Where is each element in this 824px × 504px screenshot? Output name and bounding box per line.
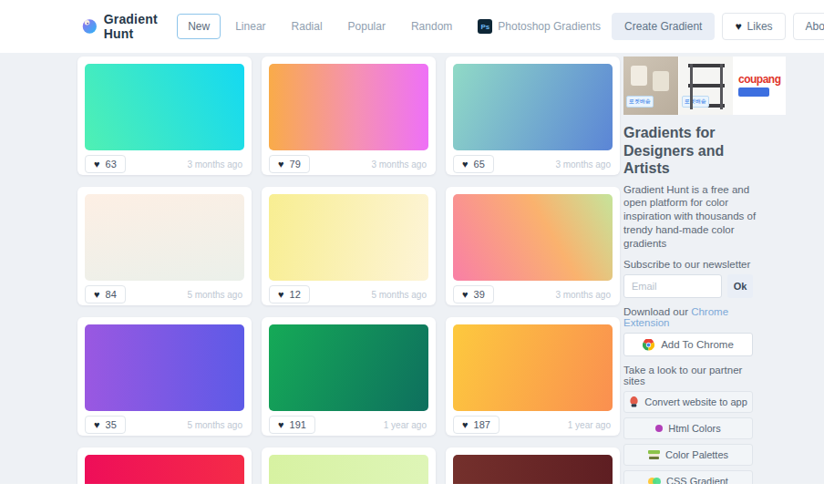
like-count: 39: [474, 289, 485, 300]
heart-icon: ♥: [94, 290, 100, 300]
nav-item-random[interactable]: Random: [400, 14, 463, 39]
brand-name: Gradient Hunt: [104, 12, 165, 41]
nav-item-linear[interactable]: Linear: [224, 14, 276, 39]
like-count: 63: [106, 159, 117, 170]
like-count: 35: [106, 419, 117, 430]
newsletter-ok-button[interactable]: Ok: [727, 274, 753, 298]
like-count: 187: [474, 419, 490, 430]
rocket-icon: [629, 396, 639, 407]
partner-convert-website-to-app[interactable]: Convert website to app: [623, 391, 753, 413]
main-nav: New Linear Radial Popular Random Ps Phot…: [177, 13, 612, 40]
card-footer: ♥ 39 3 months ago: [453, 285, 613, 303]
gradient-swatch[interactable]: [269, 455, 428, 484]
nav-item-popular[interactable]: Popular: [337, 14, 397, 39]
like-button[interactable]: ♥ 39: [453, 285, 494, 303]
gradient-swatch[interactable]: [269, 64, 428, 150]
like-button[interactable]: ♥ 79: [269, 155, 310, 173]
coupang-badge: [738, 87, 769, 97]
card-footer: ♥ 35 5 months ago: [85, 416, 244, 434]
heart-icon: ♥: [462, 290, 469, 300]
newsletter-label: Subscribe to our newsletter: [623, 259, 757, 270]
gradient-card[interactable]: ♥ 12 5 months ago: [262, 187, 436, 305]
gradient-swatch[interactable]: [453, 455, 613, 484]
gradient-swatch[interactable]: [85, 194, 244, 281]
chrome-icon: [643, 339, 654, 351]
gradient-card[interactable]: ♥: [262, 447, 436, 484]
sidebar-description: Gradient Hunt is a free and open platfor…: [623, 183, 757, 252]
add-to-chrome-button[interactable]: Add To Chrome: [623, 333, 753, 356]
partner-color-palettes[interactable]: Color Palettes: [623, 444, 753, 466]
heart-icon: ♥: [94, 420, 100, 430]
partner-list: Convert website to app Html Colors Color…: [623, 391, 753, 484]
header-actions: Create Gradient ♥ Likes About: [612, 13, 824, 40]
header: Gradient Hunt New Linear Radial Popular …: [0, 0, 824, 53]
content-area: ♥ 63 3 months ago ♥ 79 3 months ago ♥: [0, 53, 824, 484]
about-button[interactable]: About: [793, 13, 824, 40]
gradient-swatch[interactable]: [453, 324, 613, 411]
email-input[interactable]: [623, 274, 722, 298]
gradient-swatch[interactable]: [85, 64, 244, 150]
ad-banner[interactable]: 로켓배송 로켓배송 coupang: [623, 57, 786, 115]
like-button[interactable]: ♥ 35: [85, 416, 126, 434]
like-count: 191: [290, 419, 306, 430]
gradient-swatch[interactable]: [453, 194, 613, 281]
heart-icon: ♥: [462, 159, 469, 170]
like-button[interactable]: ♥ 187: [453, 416, 500, 434]
partner-html-colors[interactable]: Html Colors: [623, 417, 753, 439]
partner-css-gradient[interactable]: CSS Gradient: [623, 470, 753, 484]
heart-icon: ♥: [735, 20, 741, 33]
gradient-circles-icon: [648, 478, 661, 484]
like-count: 65: [474, 159, 485, 170]
partner-label: Convert website to app: [644, 396, 747, 407]
nav-item-label: Photoshop Gradients: [498, 20, 601, 33]
nav-item-radial[interactable]: Radial: [281, 14, 334, 39]
card-footer: ♥ 187 1 year ago: [453, 416, 613, 434]
gradient-swatch[interactable]: [85, 455, 244, 484]
gradient-card[interactable]: ♥: [446, 447, 620, 484]
like-count: 12: [290, 289, 301, 300]
ad-product-image: 로켓배송: [623, 57, 678, 115]
gradient-card[interactable]: ♥ 187 1 year ago: [446, 317, 620, 436]
gradient-swatch[interactable]: [269, 324, 428, 411]
timestamp: 3 months ago: [371, 159, 427, 170]
gradient-card[interactable]: ♥ 79 3 months ago: [262, 57, 436, 175]
purple-dot-icon: [655, 425, 663, 432]
heart-icon: ♥: [462, 420, 469, 430]
gradient-swatch[interactable]: [269, 194, 428, 281]
rocket-delivery-badge: 로켓배송: [626, 96, 654, 108]
nav-item-new[interactable]: New: [177, 14, 221, 39]
likes-button[interactable]: ♥ Likes: [722, 13, 785, 40]
timestamp: 1 year ago: [568, 420, 611, 430]
card-footer: ♥ 79 3 months ago: [269, 155, 428, 173]
gradient-grid: ♥ 63 3 months ago ♥ 79 3 months ago ♥: [77, 57, 620, 484]
gradient-card[interactable]: ♥: [77, 447, 252, 484]
create-gradient-button[interactable]: Create Gradient: [612, 13, 715, 40]
gradient-swatch[interactable]: [85, 324, 244, 411]
like-button[interactable]: ♥ 12: [269, 285, 310, 303]
gradient-card[interactable]: ♥ 63 3 months ago: [77, 57, 252, 175]
gradient-card[interactable]: ♥ 65 3 months ago: [446, 57, 620, 175]
gradient-card[interactable]: ♥ 35 5 months ago: [77, 317, 252, 436]
card-footer: ♥ 84 5 months ago: [85, 285, 244, 303]
like-button[interactable]: ♥ 191: [269, 416, 315, 434]
timestamp: 5 months ago: [187, 420, 242, 430]
heart-icon: ♥: [278, 290, 284, 300]
timestamp: 5 months ago: [187, 290, 242, 300]
heart-icon: ♥: [278, 159, 284, 170]
nav-item-photoshop-gradients[interactable]: Ps Photoshop Gradients: [467, 13, 612, 40]
sidebar-title: Gradients for Designers and Artists: [623, 124, 758, 178]
brand[interactable]: Gradient Hunt: [82, 12, 164, 41]
partner-label: Color Palettes: [665, 449, 728, 460]
gradient-card[interactable]: ♥ 191 1 year ago: [262, 317, 436, 436]
chrome-extension-label: Download our Chrome Extension: [623, 306, 757, 328]
gradient-card[interactable]: ♥ 39 3 months ago: [446, 187, 620, 305]
like-button[interactable]: ♥ 63: [85, 155, 126, 173]
like-button[interactable]: ♥ 65: [453, 155, 494, 173]
coupang-wordmark: coupang: [738, 73, 781, 86]
gradient-card[interactable]: ♥ 84 5 months ago: [77, 187, 252, 305]
like-button[interactable]: ♥ 84: [85, 285, 126, 303]
partner-label: CSS Gradient: [666, 476, 728, 484]
gradient-swatch[interactable]: [453, 64, 613, 150]
timestamp: 5 months ago: [371, 290, 427, 300]
timestamp: 1 year ago: [384, 420, 427, 430]
